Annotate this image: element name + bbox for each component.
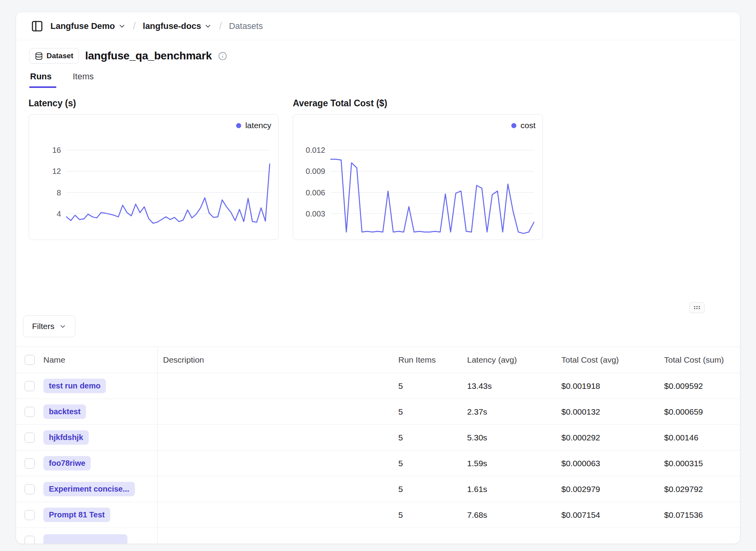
chevron-down-icon (204, 22, 212, 30)
cost-chart: 0.0030.0060.0090.012 cost (293, 114, 543, 240)
table-row[interactable]: Prompt 81 Test57.68s$0.007154$0.071536 (16, 502, 740, 528)
total-cost-sum-cell: $0.00146 (659, 433, 740, 442)
row-checkbox[interactable] (25, 536, 35, 544)
column-header-total-cost-sum: Total Cost (sum) (659, 355, 740, 365)
runs-table: Name Description Run Items Latency (avg)… (16, 347, 740, 544)
run-items-cell: 5 (393, 459, 462, 468)
total-cost-avg-cell: $0.000292 (556, 433, 659, 442)
latency-avg-cell: 1.61s (462, 485, 556, 494)
latency-chart-title: Latency (s) (29, 98, 279, 109)
latency-avg-cell: 1.59s (462, 459, 556, 468)
latency-avg-cell: 5.30s (462, 433, 556, 442)
breadcrumb-section[interactable]: Datasets (229, 21, 263, 31)
total-cost-avg-cell: $0.000132 (556, 407, 659, 417)
row-select-cell (16, 528, 40, 544)
run-name-cell: Prompt 81 Test (40, 502, 158, 528)
latency-chart-legend: latency (236, 121, 271, 130)
panel-resize-handle[interactable] (689, 302, 705, 313)
run-name-badge[interactable] (43, 534, 127, 544)
column-header-name: Name (40, 347, 158, 373)
panel-left-icon (31, 20, 43, 32)
table-row[interactable]: backtest52.37s$0.000132$0.000659 (16, 399, 740, 425)
row-checkbox[interactable] (25, 510, 35, 520)
dataset-type-label: Dataset (47, 52, 73, 60)
page-title: langfuse_qa_benchmark (85, 50, 212, 62)
run-name-cell: test run demo (40, 373, 158, 399)
column-header-description: Description (158, 355, 393, 365)
svg-text:4: 4 (57, 209, 61, 218)
run-name-cell: hjkfdshjk (40, 425, 158, 450)
breadcrumb-organization-label: Langfuse Demo (50, 21, 115, 31)
svg-text:0.003: 0.003 (306, 209, 325, 218)
cost-line-plot: 0.0030.0060.0090.012 (293, 114, 543, 240)
total-cost-avg-cell: $0.007154 (556, 510, 659, 520)
chevron-down-icon (118, 22, 126, 30)
breadcrumb-organization[interactable]: Langfuse Demo (50, 21, 126, 31)
row-select-cell (16, 433, 40, 443)
table-row[interactable]: test run demo513.43s$0.001918$0.009592 (16, 373, 740, 399)
total-cost-sum-cell: $0.000315 (659, 459, 740, 468)
tab-items[interactable]: Items (72, 72, 99, 88)
run-name-badge[interactable]: test run demo (43, 379, 106, 393)
tab-bar: Runs Items (16, 72, 740, 88)
legend-dot-icon (236, 123, 241, 128)
run-items-cell: 5 (393, 433, 462, 442)
column-header-run-items: Run Items (393, 355, 462, 365)
sidebar-toggle-button[interactable] (29, 18, 45, 34)
run-name-badge[interactable]: Experiment concise... (43, 482, 135, 496)
filters-button[interactable]: Filters (23, 315, 75, 337)
select-all-checkbox[interactable] (25, 355, 35, 365)
row-select-cell (16, 510, 40, 520)
table-row[interactable]: foo78riwe51.59s$0.000063$0.000315 (16, 451, 740, 476)
row-select-cell (16, 381, 40, 391)
chevron-down-icon (59, 323, 66, 330)
run-name-cell (40, 528, 158, 544)
dataset-type-badge: Dataset (29, 48, 79, 64)
table-row[interactable]: Experiment concise...51.61s$0.002979$0.0… (16, 476, 740, 502)
svg-text:16: 16 (52, 146, 61, 154)
cost-chart-block: Average Total Cost ($) 0.0030.0060.0090.… (293, 98, 543, 240)
breadcrumb-project[interactable]: langfuse-docs (143, 21, 212, 31)
column-header-total-cost-avg: Total Cost (avg) (556, 355, 659, 365)
run-name-badge[interactable]: Prompt 81 Test (43, 508, 110, 522)
grip-dots-icon (693, 304, 701, 311)
run-name-badge[interactable]: foo78riwe (43, 456, 91, 470)
total-cost-sum-cell: $0.000659 (659, 407, 740, 417)
table-body: test run demo513.43s$0.001918$0.009592ba… (16, 373, 740, 544)
run-name-badge[interactable]: backtest (43, 404, 86, 419)
breadcrumb-project-label: langfuse-docs (143, 21, 201, 31)
filters-button-label: Filters (32, 322, 54, 331)
row-checkbox[interactable] (25, 458, 35, 469)
info-icon[interactable] (218, 52, 227, 61)
svg-text:0.006: 0.006 (306, 188, 325, 197)
cost-chart-legend: cost (511, 121, 536, 130)
total-cost-sum-cell: $0.029792 (659, 485, 740, 494)
latency-avg-cell: 13.43s (462, 381, 556, 391)
legend-label: latency (245, 121, 271, 130)
breadcrumb: Langfuse Demo / langfuse-docs / Datasets (16, 12, 740, 40)
latency-chart: 481216 latency (29, 114, 279, 240)
column-header-latency-avg: Latency (avg) (462, 355, 556, 365)
run-items-cell: 5 (393, 381, 462, 391)
row-checkbox[interactable] (25, 433, 35, 443)
row-checkbox[interactable] (25, 407, 35, 417)
charts-panel-spacer (16, 240, 740, 315)
run-items-cell: 5 (393, 485, 462, 494)
table-row-partial[interactable] (16, 528, 740, 544)
breadcrumb-separator: / (217, 20, 223, 32)
total-cost-sum-cell: $0.071536 (659, 510, 740, 520)
run-items-cell: 5 (393, 510, 462, 520)
table-row[interactable]: hjkfdshjk55.30s$0.000292$0.00146 (16, 425, 740, 451)
latency-chart-block: Latency (s) 481216 latency (29, 98, 279, 240)
latency-avg-cell: 2.37s (462, 407, 556, 417)
total-cost-avg-cell: $0.000063 (556, 459, 659, 468)
row-checkbox[interactable] (25, 381, 35, 391)
run-name-cell: Experiment concise... (40, 476, 158, 502)
total-cost-avg-cell: $0.002979 (556, 485, 659, 494)
total-cost-sum-cell: $0.009592 (659, 381, 740, 391)
run-name-cell: backtest (40, 399, 158, 424)
row-select-cell (16, 484, 40, 494)
tab-runs[interactable]: Runs (29, 72, 56, 88)
run-name-badge[interactable]: hjkfdshjk (43, 430, 89, 445)
row-checkbox[interactable] (25, 484, 35, 494)
